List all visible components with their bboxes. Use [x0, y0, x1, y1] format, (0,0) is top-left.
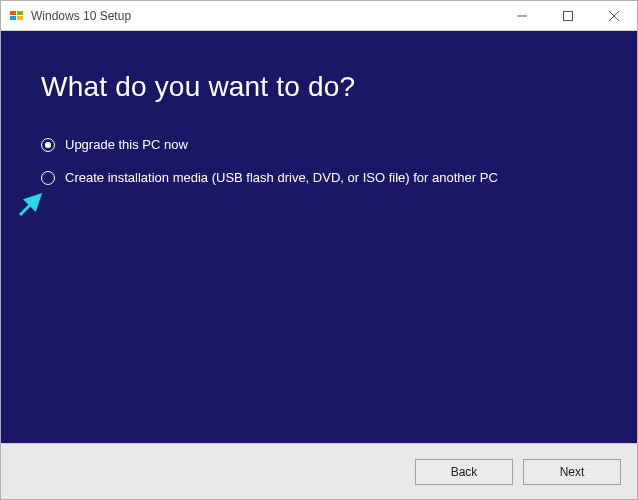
svg-line-8	[20, 195, 40, 215]
svg-rect-2	[10, 16, 16, 20]
svg-rect-3	[17, 16, 23, 20]
svg-rect-0	[10, 11, 16, 15]
titlebar: Windows 10 Setup	[1, 1, 637, 31]
setup-window: Windows 10 Setup What do you want to do?…	[0, 0, 638, 500]
window-controls	[499, 1, 637, 31]
window-title: Windows 10 Setup	[31, 9, 131, 23]
content-area: What do you want to do? Upgrade this PC …	[1, 31, 637, 443]
footer: Back Next	[1, 443, 637, 499]
minimize-button[interactable]	[499, 1, 545, 31]
button-label: Next	[560, 465, 585, 479]
svg-rect-1	[17, 11, 23, 15]
annotation-arrow-icon	[16, 187, 48, 219]
svg-rect-5	[564, 12, 573, 21]
back-button[interactable]: Back	[415, 459, 513, 485]
options-group: Upgrade this PC now Create installation …	[41, 137, 597, 185]
option-upgrade-now[interactable]: Upgrade this PC now	[41, 137, 597, 152]
radio-icon	[41, 138, 55, 152]
option-label: Create installation media (USB flash dri…	[65, 170, 498, 185]
app-icon	[9, 8, 25, 24]
radio-icon	[41, 171, 55, 185]
button-label: Back	[451, 465, 478, 479]
page-heading: What do you want to do?	[41, 71, 597, 103]
maximize-button[interactable]	[545, 1, 591, 31]
next-button[interactable]: Next	[523, 459, 621, 485]
close-button[interactable]	[591, 1, 637, 31]
option-label: Upgrade this PC now	[65, 137, 188, 152]
option-create-media[interactable]: Create installation media (USB flash dri…	[41, 170, 597, 185]
